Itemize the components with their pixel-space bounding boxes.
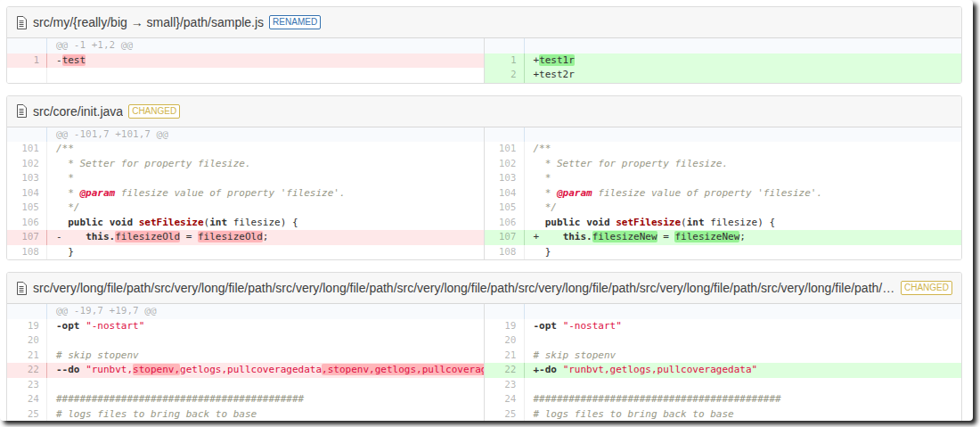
diff-line-row: 102 * Setter for property filesize. — [485, 157, 962, 172]
code-cell: * Setter for property filesize. — [47, 157, 484, 172]
hunk-header-row — [485, 304, 962, 319]
diff-line-row: 104 * @param filesize value of property … — [7, 186, 484, 201]
code-cell: */ — [525, 201, 962, 216]
line-number-cell: 20 — [485, 333, 525, 349]
line-number-cell — [485, 127, 525, 143]
line-number-cell: 103 — [485, 171, 525, 186]
code-cell — [47, 378, 484, 393]
line-number-cell: 108 — [7, 245, 47, 260]
line-number-cell: 1 — [485, 53, 525, 69]
diff-viewer-window: src/my/{really/big → small}/path/sample.… — [0, 0, 973, 421]
code-cell — [47, 333, 484, 349]
diff-line-row: 24######################################… — [7, 392, 484, 407]
code-cell: +test2r — [525, 68, 962, 83]
status-badge: CHANGED — [901, 281, 952, 295]
diff-pane-right: 1+test1r2+test2r — [485, 38, 962, 83]
file-panel: src/my/{really/big → small}/path/sample.… — [6, 6, 962, 84]
code-cell: * @param filesize value of property 'fil… — [47, 186, 484, 201]
code-cell: /** — [47, 142, 484, 157]
code-cell: /** — [525, 142, 962, 157]
diff-line-row: 20 — [485, 333, 962, 349]
file-text-icon — [16, 16, 27, 29]
file-header: src/my/{really/big → small}/path/sample.… — [7, 7, 961, 38]
code-cell: public void setFilesize(int filesize) { — [525, 216, 962, 231]
diff-line-row: 24######################################… — [485, 392, 962, 407]
line-number-cell: 105 — [485, 201, 525, 216]
status-badge: RENAMED — [269, 15, 321, 29]
line-number-cell: 106 — [7, 216, 47, 231]
status-badge: CHANGED — [128, 104, 180, 119]
diff-line-row: 107- this.filesizeOld = filesizeOld; — [7, 230, 484, 245]
line-number-cell: 21 — [7, 349, 47, 364]
file-text-icon — [16, 104, 27, 118]
line-number-cell: 22 — [7, 363, 47, 378]
line-number-cell: 107 — [485, 230, 525, 245]
line-number-cell: 104 — [7, 186, 47, 201]
code-cell: } — [47, 245, 484, 260]
hunk-header-row: @@ -101,7 +101,7 @@ — [7, 127, 484, 143]
line-number-cell: 24 — [485, 392, 525, 407]
code-cell: + this.filesizeNew = filesizeNew; — [525, 230, 962, 245]
diff-line-row: 23 — [7, 378, 484, 393]
line-number-cell — [7, 304, 47, 319]
code-cell: } — [525, 245, 962, 260]
diff-line-row: 106 public void setFilesize(int filesize… — [485, 216, 962, 231]
diff-line-row: 106 public void setFilesize(int filesize… — [7, 216, 484, 231]
diff-line-row: 103 * — [485, 171, 962, 186]
code-cell: -test — [47, 53, 484, 69]
file-list: src/my/{really/big → small}/path/sample.… — [6, 6, 962, 421]
line-number-cell: 23 — [7, 378, 47, 393]
diff-pane-left: @@ -101,7 +101,7 @@101/**102 * Setter fo… — [7, 127, 485, 260]
hunk-header-text: @@ -101,7 +101,7 @@ — [47, 127, 484, 143]
code-cell — [47, 68, 484, 83]
line-number-cell: 105 — [7, 201, 47, 216]
line-number-cell: 108 — [485, 245, 525, 260]
line-number-cell — [7, 38, 47, 53]
line-number-cell: 25 — [485, 407, 525, 422]
diff-line-row: 101/** — [7, 142, 484, 157]
diff-line-row: 21# skip stopenv — [485, 349, 962, 364]
diff-line-row: 108 } — [7, 245, 484, 260]
diff-line-row: 104 * @param filesize value of property … — [485, 186, 962, 201]
code-cell: */ — [47, 201, 484, 216]
line-number-cell: 102 — [485, 157, 525, 172]
line-number-cell — [7, 127, 47, 143]
code-cell: - this.filesizeOld = filesizeOld; — [47, 230, 484, 245]
file-panel: src/very/long/file/path/src/very/long/fi… — [6, 272, 962, 421]
file-header: src/core/init.javaCHANGED — [7, 96, 961, 127]
diff-pane-left: @@ -1 +1,2 @@1-test — [7, 38, 485, 83]
hunk-header-text: @@ -19,7 +19,7 @@ — [47, 304, 484, 319]
line-number-cell — [485, 304, 525, 319]
code-cell: public void setFilesize(int filesize) { — [47, 216, 484, 231]
diff-line-row: 19-opt "-nostart" — [7, 319, 484, 334]
diff-line-row: 22--do "runbvt,stopenv,getlogs,pullcover… — [7, 363, 484, 378]
line-number-cell: 24 — [7, 392, 47, 407]
diff-body: @@ -101,7 +101,7 @@101/**102 * Setter fo… — [7, 127, 961, 260]
diff-pane-right: 101/**102 * Setter for property filesize… — [485, 127, 962, 260]
diff-line-row: 22+-do "runbvt,getlogs,pullcoveragedata" — [485, 363, 962, 378]
code-cell: +test1r — [525, 53, 962, 69]
diff-line-row: 20 — [7, 333, 484, 349]
line-number-cell: 2 — [485, 68, 525, 83]
line-number-cell: 102 — [7, 157, 47, 172]
code-cell: --do "runbvt,stopenv,getlogs,pullcoverag… — [47, 363, 484, 378]
line-number-cell: 20 — [7, 333, 47, 349]
code-cell: # skip stopenv — [47, 349, 484, 364]
code-cell: # logs files to bring back to base — [47, 407, 484, 422]
hunk-header-row — [485, 127, 962, 143]
diff-pane-right: 19-opt "-nostart"2021# skip stopenv22+-d… — [485, 304, 962, 421]
diff-line-row: 1+test1r — [485, 53, 962, 69]
file-text-icon — [16, 282, 27, 295]
code-cell: * — [47, 171, 484, 186]
hunk-header-text — [525, 304, 962, 319]
code-cell: # skip stopenv — [525, 349, 962, 364]
diff-line-row: 105 */ — [485, 201, 962, 216]
line-number-cell: 22 — [485, 363, 525, 378]
code-cell: # logs files to bring back to base — [525, 407, 962, 422]
diff-line-row: 101/** — [485, 142, 962, 157]
diff-line-row: 23 — [485, 378, 962, 393]
line-number-cell: 103 — [7, 171, 47, 186]
diff-line-row: 2+test2r — [485, 68, 962, 83]
code-cell: -opt "-nostart" — [525, 319, 962, 334]
diff-line-row: 102 * Setter for property filesize. — [7, 157, 484, 172]
